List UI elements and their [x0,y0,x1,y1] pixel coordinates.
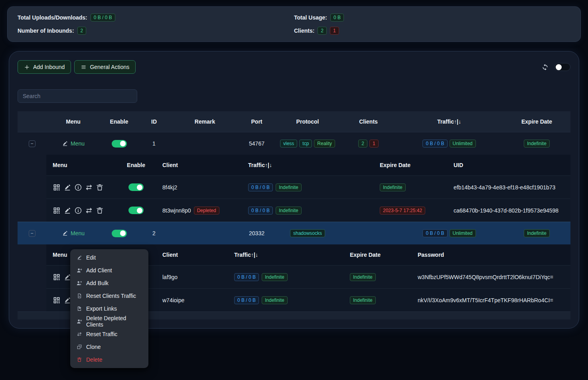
sub-column-menu: Menu [46,162,116,168]
clients-subtable-1: Menu Enable Client Traffic↑|↓ Expire Dat… [46,155,570,222]
inbound-expire-cell: Indefinite [503,229,570,237]
client-info-icon[interactable] [74,207,82,215]
menu-item-label: Delete [86,356,102,363]
refresh-icon[interactable] [541,63,549,71]
menu-item-label: Add Client [86,267,112,274]
inbound-menu-button[interactable]: Menu [62,140,85,147]
clients-active-badge: 2 [358,140,367,148]
stat-clients: Clients: 2 1 [294,26,570,36]
column-header-protocol: Protocol [274,118,341,125]
sub-column-password: Password [411,252,570,258]
client-enable-toggle[interactable] [128,183,144,191]
client-traffic-limit-badge: Indefinite [262,296,288,304]
menu-cell: Menu [46,230,100,236]
column-header-remark: Remark [170,118,240,125]
delete-client-icon[interactable] [96,207,104,215]
expire-badge: Indefinite [524,140,550,148]
client-traffic-limit-badge: Indefinite [276,207,302,215]
column-header-port: Port [240,118,274,125]
edit-pencil-icon [62,140,68,147]
edit-client-icon[interactable] [63,207,71,215]
stat-usage-value: 0 B [330,14,344,22]
client-enable-cell [116,207,156,214]
qr-code-icon[interactable] [53,273,61,281]
theme-toggle[interactable] [554,63,570,71]
inbound-port: 20332 [240,230,274,236]
theme-toggle-knob [556,64,562,70]
stat-clients-depleted: 1 [330,27,339,35]
client-actions [46,183,116,191]
clients-depleted-badge: 1 [369,140,379,148]
collapse-row-button[interactable]: − [29,140,36,147]
stat-clients-active: 2 [318,27,327,35]
toggle-knob [120,141,126,146]
client-traffic-badge: 0 B / 0 B [248,207,273,215]
reset-client-traffic-icon[interactable] [85,207,93,215]
sub-column-traffic-sort[interactable]: Traffic↑|↓ [228,252,343,258]
client-info-icon[interactable] [74,183,82,191]
sub-column-uid: UID [447,162,570,168]
qr-code-icon[interactable] [53,183,61,191]
traffic-limit-badge: Unlimited [450,229,476,237]
client-traffic-cell: 0 B / 0 B Indefinite [228,273,343,281]
add-bulk-icon [77,280,82,286]
menu-item-add-client[interactable]: Add Client [72,264,147,277]
toggle-knob [120,230,126,236]
search-input[interactable] [18,89,137,103]
sub-column-client: Client [156,162,242,168]
client-name: w74ioipe [156,297,228,303]
sub-column-expire: Expire Date [343,252,411,258]
client-name-cell: 8t3wjnn8p0 Depleted [156,207,242,215]
inbound-protocol-tags: shadowsocks [274,229,341,237]
inbound-port: 54767 [240,140,274,147]
client-enable-toggle[interactable] [128,207,144,214]
traffic-badge: 0 B / 0 B [422,229,447,237]
column-header-clients: Clients [341,118,395,125]
clients-table-header: Menu Enable Client Traffic↑|↓ Expire Dat… [46,155,570,175]
menu-lines-icon [81,64,87,70]
inbound-menu-button[interactable]: Menu [62,230,85,236]
traffic-badge: 0 B / 0 B [422,140,447,148]
menu-item-label: Edit [86,254,96,261]
sub-column-expire: Expire Date [373,162,447,168]
client-traffic-badge: 0 B / 0 B [234,296,259,304]
collapse-row-button[interactable]: − [29,230,36,237]
inbound-enable-toggle[interactable] [112,140,127,148]
plus-icon [24,64,30,70]
inbound-traffic-cell: 0 B / 0 B Unlimited [395,140,503,148]
toolbar: Add Inbound General Actions [18,60,570,74]
menu-item-delete-depleted-clients[interactable]: Delete Depleted Clients [72,315,147,328]
inbound-enable-toggle[interactable] [112,230,127,237]
client-actions [46,207,116,215]
menu-item-delete[interactable]: Delete [72,353,147,366]
stat-number-of-inbounds: Number of Inbounds: 2 [18,26,294,36]
delete-client-icon[interactable] [96,183,104,191]
menu-item-export-links[interactable]: Export Links [72,302,147,315]
general-actions-button[interactable]: General Actions [74,60,136,74]
column-header-id: ID [138,118,170,125]
menu-item-edit[interactable]: Edit [72,251,147,264]
edit-client-icon[interactable] [63,183,71,191]
client-password: nkV/I/3XoAm9v6xMT/T5IcrF4TpeTKF98rHARbRo… [411,297,570,303]
stat-usage-label: Total Usage: [294,14,327,21]
reset-client-traffic-icon[interactable] [85,183,93,191]
expand-cell: − [18,230,46,237]
menu-item-add-bulk[interactable]: Add Bulk [72,277,147,289]
menu-item-label: Export Links [86,305,117,312]
sub-column-traffic-sort[interactable]: Traffic↑|↓ [242,162,373,168]
client-name: 8t3wjnn8p0 [162,207,191,214]
menu-item-reset-traffic[interactable]: Reset Traffic [72,328,147,341]
client-uid: efb14b43-4a79-4e83-ef18-e48cf1901b73 [447,184,570,191]
menu-item-reset-clients-traffic[interactable]: Reset Clients Traffic [72,289,147,302]
add-inbound-label: Add Inbound [33,64,65,70]
qr-code-icon[interactable] [53,207,61,215]
client-expire-badge: 2023-5-7 17:25:42 [380,207,425,215]
client-name: laf9go [156,274,228,280]
protocol-tag-reality: Reality [314,140,335,148]
menu-item-clone[interactable]: Clone [72,341,147,353]
column-header-traffic-sort[interactable]: Traffic↑|↓ [395,118,503,125]
add-inbound-button[interactable]: Add Inbound [18,60,71,74]
protocol-tag-vless: vless [280,140,297,148]
qr-code-icon[interactable] [53,296,61,304]
client-row: 8t3wjnn8p0 Depleted 0 B / 0 B Indefinite… [46,199,570,222]
